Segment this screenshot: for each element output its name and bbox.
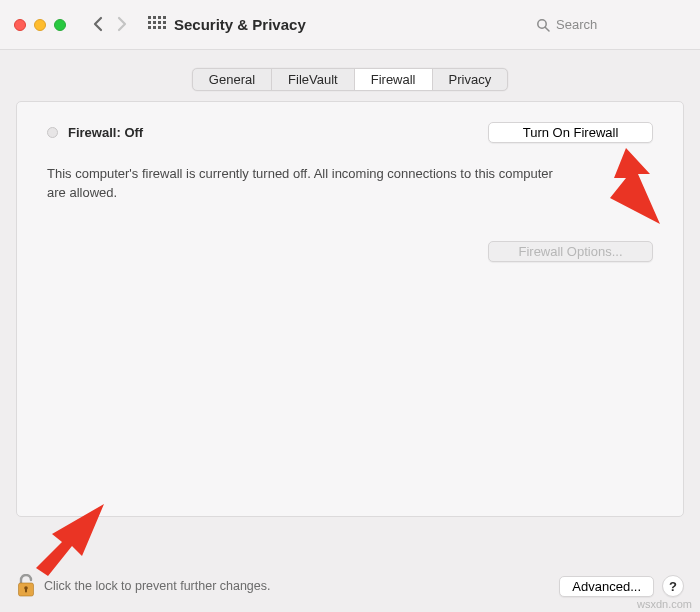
- firewall-status-label: Firewall: Off: [68, 125, 143, 140]
- svg-rect-8: [148, 26, 151, 29]
- svg-rect-16: [25, 588, 27, 593]
- svg-rect-9: [153, 26, 156, 29]
- content-panel: Firewall: Off Turn On Firewall This comp…: [16, 101, 684, 517]
- firewall-description: This computer's firewall is currently tu…: [47, 165, 567, 203]
- window-controls: [14, 19, 66, 31]
- zoom-window-button[interactable]: [54, 19, 66, 31]
- firewall-options-button: Firewall Options...: [488, 241, 653, 262]
- window-title: Security & Privacy: [174, 16, 306, 33]
- show-all-grid-icon[interactable]: [148, 16, 166, 34]
- watermark-text: wsxdn.com: [637, 598, 692, 610]
- back-button[interactable]: [86, 15, 110, 35]
- svg-rect-6: [158, 21, 161, 24]
- svg-rect-5: [153, 21, 156, 24]
- svg-marker-17: [610, 148, 660, 224]
- svg-rect-11: [163, 26, 166, 29]
- annotation-arrow-icon: [590, 148, 670, 232]
- close-window-button[interactable]: [14, 19, 26, 31]
- firewall-status-indicator: [47, 127, 58, 138]
- lock-icon[interactable]: [16, 574, 36, 598]
- forward-button[interactable]: [110, 15, 134, 35]
- tab-firewall[interactable]: Firewall: [355, 69, 433, 90]
- svg-marker-18: [36, 504, 104, 576]
- annotation-arrow-icon: [28, 498, 108, 576]
- svg-rect-4: [148, 21, 151, 24]
- svg-rect-2: [158, 16, 161, 19]
- search-icon: [536, 18, 550, 32]
- search-field[interactable]: Search: [536, 17, 686, 32]
- tab-bar: General FileVault Firewall Privacy: [0, 50, 700, 101]
- help-button[interactable]: ?: [662, 575, 684, 597]
- tab-general[interactable]: General: [193, 69, 272, 90]
- advanced-button[interactable]: Advanced...: [559, 576, 654, 597]
- turn-on-firewall-button[interactable]: Turn On Firewall: [488, 122, 653, 143]
- tab-privacy[interactable]: Privacy: [433, 69, 508, 90]
- toolbar: Security & Privacy Search: [0, 0, 700, 50]
- svg-rect-10: [158, 26, 161, 29]
- lock-hint-text: Click the lock to prevent further change…: [44, 579, 271, 593]
- svg-rect-1: [153, 16, 156, 19]
- minimize-window-button[interactable]: [34, 19, 46, 31]
- svg-rect-7: [163, 21, 166, 24]
- tab-filevault[interactable]: FileVault: [272, 69, 355, 90]
- search-placeholder: Search: [556, 17, 597, 32]
- svg-rect-0: [148, 16, 151, 19]
- svg-rect-3: [163, 16, 166, 19]
- svg-line-13: [545, 27, 549, 31]
